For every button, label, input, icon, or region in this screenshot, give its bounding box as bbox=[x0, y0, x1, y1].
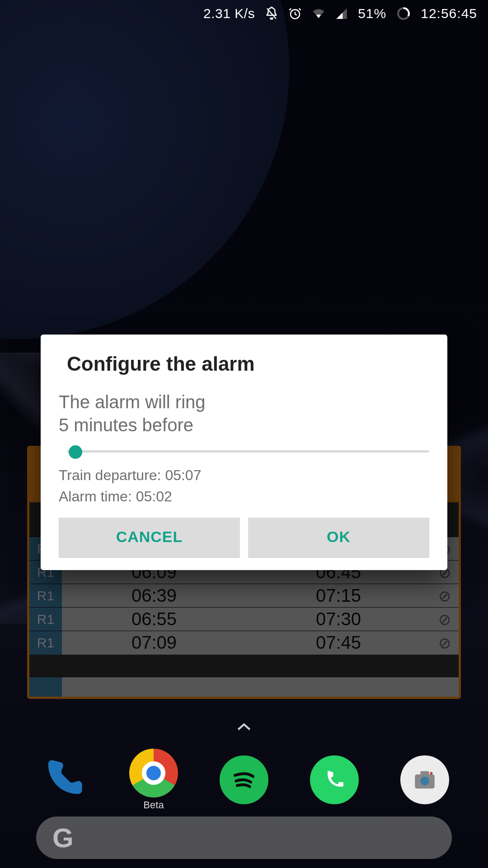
battery-percent: 51% bbox=[358, 6, 386, 21]
alarm-time-label: Alarm time: 05:02 bbox=[59, 487, 429, 506]
cell-signal-icon bbox=[335, 7, 348, 20]
wifi-weak-icon bbox=[312, 7, 325, 20]
alarm-will-ring-label: The alarm will ring bbox=[59, 391, 429, 414]
svg-rect-4 bbox=[420, 771, 429, 776]
cancel-button[interactable]: CANCEL bbox=[59, 518, 240, 557]
status-time: 12:56:45 bbox=[421, 6, 477, 21]
network-speed: 2.31 K/s bbox=[203, 6, 255, 21]
svg-point-3 bbox=[420, 777, 429, 785]
google-search-bar[interactable]: G bbox=[36, 816, 452, 859]
whatsapp-app[interactable] bbox=[307, 755, 361, 804]
minutes-before-slider[interactable] bbox=[67, 442, 429, 461]
dock: Beta bbox=[0, 746, 488, 814]
app-drawer-handle-icon[interactable] bbox=[0, 718, 488, 736]
configure-alarm-dialog: Configure the alarm The alarm will ring … bbox=[41, 335, 447, 570]
spotify-app[interactable] bbox=[217, 755, 271, 804]
status-bar: 2.31 K/s 51% 12:56:45 bbox=[0, 0, 488, 27]
battery-ring-icon bbox=[396, 6, 411, 21]
dnd-bell-off-icon bbox=[265, 7, 278, 20]
spotify-icon bbox=[220, 755, 268, 804]
minutes-before-label: 5 minutes before bbox=[59, 414, 429, 437]
phone-app[interactable] bbox=[36, 756, 90, 803]
camera-app[interactable] bbox=[398, 755, 452, 804]
google-g-icon: G bbox=[52, 822, 74, 854]
alarm-clock-icon bbox=[288, 7, 302, 20]
phone-icon bbox=[41, 756, 86, 803]
chrome-app[interactable]: Beta bbox=[127, 749, 181, 811]
train-departure-label: Train departure: 05:07 bbox=[59, 466, 429, 485]
whatsapp-icon bbox=[310, 755, 359, 804]
slider-thumb[interactable] bbox=[69, 445, 82, 459]
chrome-icon bbox=[129, 749, 178, 797]
camera-icon bbox=[400, 755, 449, 804]
chrome-beta-label: Beta bbox=[143, 799, 164, 811]
dialog-title: Configure the alarm bbox=[59, 353, 429, 391]
svg-point-5 bbox=[430, 772, 433, 775]
ok-button[interactable]: OK bbox=[248, 518, 429, 557]
slider-track bbox=[67, 450, 429, 453]
